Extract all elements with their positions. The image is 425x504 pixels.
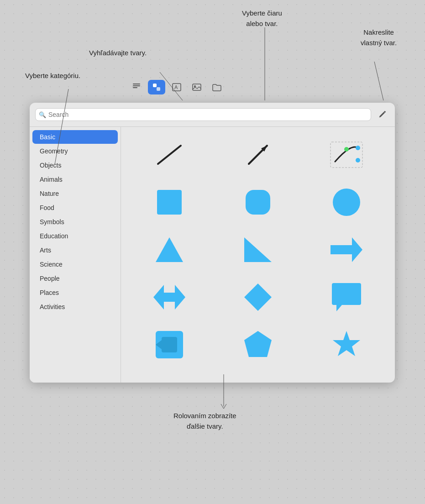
svg-point-20 [356, 146, 360, 150]
text-icon [131, 82, 142, 92]
shape-right-triangle[interactable] [217, 229, 299, 270]
curve-line-icon [328, 141, 365, 168]
svg-rect-31 [162, 337, 177, 352]
sidebar-item-activities[interactable]: Activities [32, 300, 118, 314]
draw-shape-callout: Nakreslite vlastný tvar. [361, 27, 397, 48]
arrow-line-icon [242, 141, 274, 168]
pen-tool-button[interactable] [375, 107, 389, 122]
svg-line-15 [158, 146, 181, 164]
shape-diamond[interactable] [217, 277, 299, 318]
panel-body: Basic Geometry Objects Animals Nature Fo… [30, 127, 395, 383]
diamond-icon [242, 281, 274, 313]
sidebar-item-people[interactable]: People [32, 272, 118, 285]
shape-grid [121, 127, 395, 383]
svg-text:A: A [174, 84, 178, 90]
line-shape-callout: Vyberte čiaru alebo tvar. [242, 8, 282, 29]
sidebar-item-basic[interactable]: Basic [32, 130, 118, 144]
svg-rect-9 [157, 87, 160, 91]
sidebar-item-education[interactable]: Education [32, 229, 118, 243]
rounded-rect-icon [242, 186, 274, 218]
svg-marker-33 [244, 331, 272, 357]
svg-line-3 [374, 62, 383, 100]
shape-right-arrow[interactable] [305, 229, 388, 270]
shape-curve-line[interactable] [305, 134, 388, 175]
search-wrap: 🔍 [35, 108, 371, 121]
shape-framed-square[interactable] [128, 324, 210, 365]
svg-rect-23 [246, 190, 270, 215]
sidebar-item-arts[interactable]: Arts [32, 243, 118, 257]
search-callout: Vyhľadávajte tvary. [89, 48, 147, 58]
folder-icon-button[interactable] [208, 80, 226, 94]
star-icon [331, 329, 362, 361]
svg-marker-27 [331, 237, 362, 262]
toolbar: A [128, 80, 226, 94]
shape-square[interactable] [128, 182, 210, 223]
media-icon [192, 82, 202, 92]
svg-marker-25 [156, 237, 183, 262]
shape-speech-bubble[interactable] [305, 277, 388, 318]
framed-square-icon [153, 329, 185, 361]
sidebar-item-nature[interactable]: Nature [32, 187, 118, 200]
shape-star[interactable] [305, 324, 388, 365]
svg-rect-5 [133, 84, 140, 84]
svg-point-19 [344, 147, 349, 152]
panel-header: 🔍 [30, 103, 395, 127]
sidebar-item-symbols[interactable]: Symbols [32, 215, 118, 229]
double-arrow-icon [151, 281, 188, 313]
diagonal-line-icon [153, 141, 185, 168]
shapes-panel: 🔍 Basic Geometry Objects Animals Nature … [30, 103, 395, 383]
svg-marker-26 [244, 237, 272, 262]
search-icon: 🔍 [39, 111, 46, 118]
circle-icon [331, 186, 362, 218]
folder-icon [212, 82, 222, 92]
sidebar-item-geometry[interactable]: Geometry [32, 144, 118, 158]
sidebar-item-food[interactable]: Food [32, 201, 118, 215]
category-callout: Vyberte kategóriu. [25, 71, 80, 81]
shape-line-diagonal[interactable] [128, 134, 210, 175]
triangle-icon [153, 234, 185, 266]
svg-marker-34 [333, 331, 360, 356]
svg-point-21 [356, 158, 360, 163]
shape-pentagon[interactable] [217, 324, 299, 365]
shape-double-arrow[interactable] [128, 277, 210, 318]
media-icon-button[interactable] [188, 80, 205, 94]
sidebar-item-objects[interactable]: Objects [32, 158, 118, 172]
svg-rect-22 [157, 190, 182, 215]
text-label-icon-button[interactable]: A [168, 80, 185, 94]
pen-icon [377, 110, 387, 120]
svg-point-24 [333, 189, 360, 216]
scroll-callout: Rolovaním zobrazíte ďalšie tvary. [173, 411, 236, 431]
text-label-icon: A [172, 82, 182, 92]
svg-rect-6 [133, 85, 140, 86]
svg-rect-8 [153, 84, 157, 87]
shape-circle[interactable] [305, 182, 388, 223]
right-arrow-icon [328, 234, 365, 266]
text-icon-button[interactable] [128, 80, 145, 94]
sidebar-item-science[interactable]: Science [32, 257, 118, 271]
shapes-icon [152, 82, 162, 92]
right-triangle-icon [242, 234, 274, 266]
square-icon [153, 186, 185, 218]
svg-marker-29 [244, 284, 272, 311]
svg-rect-7 [133, 87, 137, 88]
shape-triangle[interactable] [128, 229, 210, 270]
shape-arrow-line[interactable] [217, 134, 299, 175]
shape-rounded-rect[interactable] [217, 182, 299, 223]
shapes-icon-button[interactable] [148, 80, 165, 94]
sidebar-item-animals[interactable]: Animals [32, 173, 118, 186]
sidebar-item-places[interactable]: Places [32, 286, 118, 299]
search-input[interactable] [35, 108, 371, 121]
svg-marker-28 [153, 285, 185, 310]
sidebar: Basic Geometry Objects Animals Nature Fo… [30, 127, 121, 383]
pentagon-icon [242, 329, 274, 361]
speech-bubble-icon [328, 281, 365, 313]
